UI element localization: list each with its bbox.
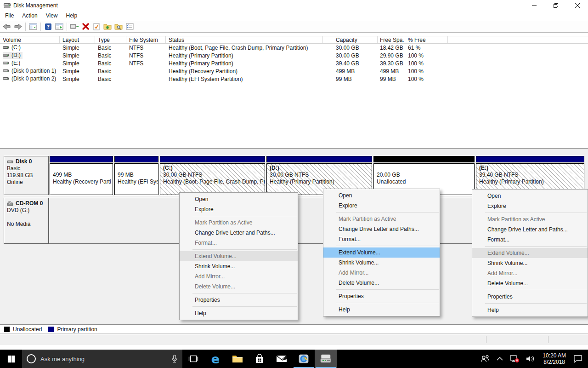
- taskbar-app-disk-management[interactable]: [315, 350, 337, 368]
- partition-status: Healthy (Boot, Page File, Crash Dump, Pr: [163, 178, 263, 185]
- column-header-free-space[interactable]: Free Spa...: [378, 36, 404, 43]
- menu-item-delete-volume[interactable]: Delete Volume...: [323, 278, 440, 288]
- menu-item-properties[interactable]: Properties: [323, 291, 440, 301]
- disk0-panel[interactable]: Disk 0 Basic 119.98 GB Online: [4, 156, 49, 195]
- column-header-layout[interactable]: Layout: [60, 36, 95, 43]
- menu-item-format[interactable]: Format...: [472, 235, 588, 245]
- system-tray: 10:20 AM 8/2/2018: [477, 350, 588, 368]
- microphone-icon[interactable]: [171, 355, 178, 363]
- partition-label: (C:): [163, 165, 263, 172]
- menu-item-open[interactable]: Open: [180, 194, 298, 204]
- cell-layout: Simple: [60, 45, 95, 51]
- column-header-volume[interactable]: Volume: [0, 36, 60, 43]
- table-row-d[interactable]: (D:) Simple Basic NTFS Healthy (Primary …: [0, 52, 588, 59]
- taskbar-app-store[interactable]: [249, 350, 271, 368]
- console-tree-icon[interactable]: [28, 22, 38, 32]
- partition-c[interactable]: (C:) 30.00 GB NTFS Healthy (Boot, Page F…: [160, 156, 265, 195]
- people-button[interactable]: [477, 350, 493, 368]
- table-row-e[interactable]: (E:) Simple Basic NTFS Healthy (Primary …: [0, 59, 588, 67]
- cell-type: Basic: [95, 68, 126, 75]
- popup-window-icon[interactable]: [69, 22, 79, 32]
- menu-item-change-drive-letter[interactable]: Change Drive Letter and Paths...: [180, 228, 298, 238]
- menu-item-shrink-volume[interactable]: Shrink Volume...: [472, 258, 588, 268]
- taskbar-clock[interactable]: 10:20 AM 8/2/2018: [538, 352, 570, 365]
- column-header-status[interactable]: Status: [166, 36, 323, 43]
- cortana-icon: [27, 354, 36, 363]
- action-pane-icon[interactable]: [54, 22, 64, 32]
- menu-action[interactable]: Action: [18, 11, 41, 20]
- menu-item-change-drive-letter[interactable]: Change Drive Letter and Paths...: [323, 224, 440, 234]
- menu-item-properties[interactable]: Properties: [472, 292, 588, 302]
- start-button[interactable]: [0, 350, 22, 368]
- clock-time: 10:20 AM: [543, 352, 566, 359]
- details-view-icon[interactable]: [124, 22, 135, 32]
- partition-efi[interactable]: 99 MB Healthy (EFI Syst: [114, 156, 158, 195]
- screen: { "window": { "title": "Disk Management"…: [0, 0, 588, 368]
- volume-icon: [3, 76, 9, 81]
- cell-status: Healthy (Primary Partition): [166, 60, 323, 67]
- cell-free: 99 MB: [378, 76, 404, 82]
- cell-status: Healthy (Boot, Page File, Crash Dump, Pr…: [166, 45, 323, 51]
- taskbar-app-partition-tool[interactable]: [293, 350, 315, 368]
- taskbar-app-mail[interactable]: [271, 350, 293, 368]
- menu-item-explore[interactable]: Explore: [180, 204, 298, 214]
- menu-separator: [336, 303, 439, 303]
- volume-button[interactable]: [523, 350, 538, 368]
- taskbar-app-edge[interactable]: e: [204, 350, 226, 368]
- forward-icon[interactable]: [13, 22, 23, 32]
- menu-item-explore[interactable]: Explore: [472, 201, 588, 211]
- partition-recovery[interactable]: 499 MB Healthy (Recovery Parti: [50, 156, 113, 195]
- menu-item-shrink-volume[interactable]: Shrink Volume...: [180, 261, 298, 271]
- menu-item-delete-volume[interactable]: Delete Volume...: [472, 278, 588, 288]
- menu-item-help[interactable]: Help: [472, 305, 588, 315]
- search-input[interactable]: Ask me anything: [22, 350, 182, 368]
- cdrom-panel[interactable]: CD-ROM 0 DVD (G:) No Media: [4, 198, 49, 244]
- pane-splitter[interactable]: [0, 148, 588, 152]
- menu-item-help[interactable]: Help: [180, 308, 298, 318]
- menu-file[interactable]: File: [1, 11, 18, 20]
- cell-fs: NTFS: [126, 60, 166, 67]
- partition-colorbar: [114, 156, 158, 162]
- table-row-partition1[interactable]: (Disk 0 partition 1) Simple Basic Health…: [0, 67, 588, 75]
- menu-view[interactable]: View: [42, 11, 62, 20]
- menu-item-properties[interactable]: Properties: [180, 295, 298, 305]
- delete-icon[interactable]: [80, 22, 90, 32]
- partition-label: [118, 165, 157, 172]
- menu-help[interactable]: Help: [62, 11, 82, 20]
- menu-item-format[interactable]: Format...: [323, 234, 440, 244]
- cdrom-icon: [7, 201, 13, 206]
- help-icon[interactable]: ?: [43, 22, 53, 32]
- menu-separator: [485, 246, 587, 247]
- minimize-button[interactable]: [523, 0, 545, 11]
- table-row-c[interactable]: (C:) Simple Basic NTFS Healthy (Boot, Pa…: [0, 44, 588, 52]
- action-center-button[interactable]: [570, 350, 588, 368]
- toolbar-separator: [67, 23, 67, 31]
- column-header-capacity[interactable]: Capacity: [323, 36, 378, 43]
- back-icon[interactable]: [2, 22, 12, 32]
- network-button[interactable]: [506, 350, 523, 368]
- close-button[interactable]: [566, 0, 588, 11]
- menu-item-extend-volume[interactable]: Extend Volume...: [323, 247, 440, 258]
- column-header-file-system[interactable]: File System: [126, 36, 166, 43]
- menu-item-open[interactable]: Open: [472, 191, 588, 201]
- menu-item-help[interactable]: Help: [323, 305, 440, 315]
- mail-icon: [276, 355, 287, 363]
- column-header-pct-free[interactable]: % Free: [404, 36, 448, 43]
- cell-free: 29.90 GB: [378, 52, 404, 59]
- cell-status: Healthy (Recovery Partition): [166, 68, 323, 75]
- menu-item-open[interactable]: Open: [323, 190, 440, 201]
- restore-button[interactable]: [545, 0, 566, 11]
- task-view-button[interactable]: [182, 350, 204, 368]
- window-title: Disk Management: [13, 2, 523, 9]
- menu-item-change-drive-letter[interactable]: Change Drive Letter and Paths...: [472, 224, 588, 235]
- folder-find-icon[interactable]: [113, 22, 124, 32]
- folder-up-icon[interactable]: [102, 22, 113, 32]
- taskbar-app-file-explorer[interactable]: [226, 350, 249, 368]
- cell-capacity: 39.40 GB: [323, 60, 378, 67]
- column-header-type[interactable]: Type: [95, 36, 126, 43]
- menu-item-explore[interactable]: Explore: [323, 201, 440, 211]
- show-hidden-icons-button[interactable]: [493, 350, 506, 368]
- table-row-partition2[interactable]: (Disk 0 partition 2) Simple Basic Health…: [0, 75, 588, 83]
- menu-item-shrink-volume[interactable]: Shrink Volume...: [323, 258, 440, 268]
- refresh-check-icon[interactable]: [91, 22, 102, 32]
